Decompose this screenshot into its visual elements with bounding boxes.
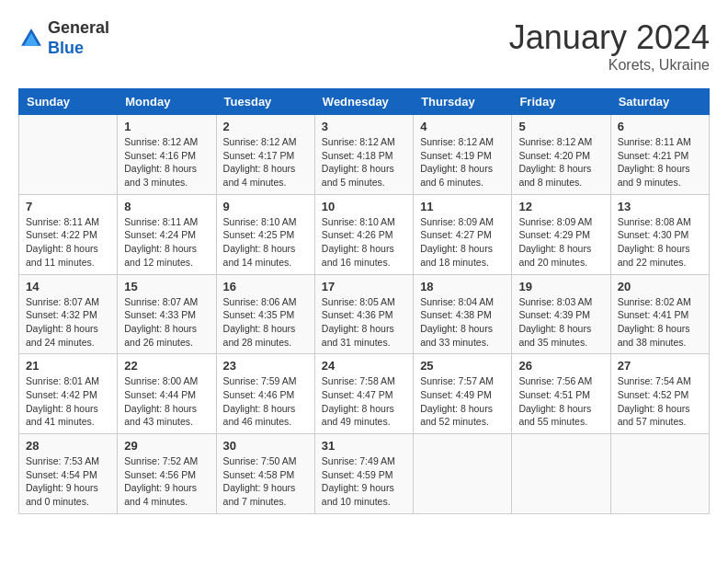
- calendar-cell: 13Sunrise: 8:08 AM Sunset: 4:30 PM Dayli…: [610, 194, 709, 274]
- calendar-cell: 7Sunrise: 8:11 AM Sunset: 4:22 PM Daylig…: [19, 194, 118, 274]
- day-number: 24: [322, 359, 406, 373]
- day-info: Sunrise: 8:01 AM Sunset: 4:42 PM Dayligh…: [26, 374, 110, 429]
- column-header-sunday: Sunday: [19, 89, 118, 115]
- day-number: 26: [518, 359, 603, 373]
- day-number: 9: [223, 200, 308, 213]
- day-info: Sunrise: 8:05 AM Sunset: 4:36 PM Dayligh…: [322, 295, 406, 350]
- column-header-thursday: Thursday: [414, 89, 512, 115]
- day-info: Sunrise: 8:12 AM Sunset: 4:16 PM Dayligh…: [124, 135, 209, 190]
- column-header-monday: Monday: [118, 89, 216, 115]
- day-number: 19: [518, 280, 603, 293]
- day-info: Sunrise: 7:54 AM Sunset: 4:52 PM Dayligh…: [618, 374, 702, 429]
- column-header-saturday: Saturday: [610, 89, 709, 115]
- calendar-cell: [414, 434, 512, 514]
- day-number: 25: [420, 359, 505, 373]
- day-info: Sunrise: 8:12 AM Sunset: 4:19 PM Dayligh…: [420, 135, 505, 190]
- calendar-cell: 25Sunrise: 7:57 AM Sunset: 4:49 PM Dayli…: [414, 354, 512, 434]
- calendar-cell: 24Sunrise: 7:58 AM Sunset: 4:47 PM Dayli…: [314, 354, 413, 434]
- day-info: Sunrise: 8:11 AM Sunset: 4:24 PM Dayligh…: [124, 215, 209, 270]
- calendar-cell: [610, 434, 709, 514]
- column-header-wednesday: Wednesday: [314, 89, 413, 115]
- logo-text: General Blue: [48, 18, 109, 58]
- calendar-cell: 22Sunrise: 8:00 AM Sunset: 4:44 PM Dayli…: [118, 354, 216, 434]
- calendar-cell: 28Sunrise: 7:53 AM Sunset: 4:54 PM Dayli…: [19, 434, 118, 514]
- column-header-tuesday: Tuesday: [216, 89, 314, 115]
- calendar-cell: 1Sunrise: 8:12 AM Sunset: 4:16 PM Daylig…: [118, 115, 216, 195]
- calendar-title: January 2024: [509, 18, 710, 57]
- day-number: 22: [124, 359, 209, 373]
- calendar-week-2: 7Sunrise: 8:11 AM Sunset: 4:22 PM Daylig…: [19, 194, 710, 274]
- day-info: Sunrise: 8:02 AM Sunset: 4:41 PM Dayligh…: [618, 295, 702, 350]
- day-number: 17: [322, 280, 406, 293]
- day-number: 11: [420, 200, 505, 213]
- day-number: 30: [223, 439, 308, 453]
- day-number: 2: [223, 120, 308, 133]
- logo: General Blue: [18, 18, 109, 58]
- day-info: Sunrise: 8:11 AM Sunset: 4:21 PM Dayligh…: [618, 135, 702, 190]
- title-block: January 2024 Korets, Ukraine: [509, 18, 710, 74]
- day-info: Sunrise: 7:49 AM Sunset: 4:59 PM Dayligh…: [322, 454, 406, 509]
- day-info: Sunrise: 8:07 AM Sunset: 4:32 PM Dayligh…: [26, 295, 110, 350]
- calendar-cell: 12Sunrise: 8:09 AM Sunset: 4:29 PM Dayli…: [512, 194, 610, 274]
- calendar-week-1: 1Sunrise: 8:12 AM Sunset: 4:16 PM Daylig…: [19, 115, 710, 195]
- calendar-cell: 11Sunrise: 8:09 AM Sunset: 4:27 PM Dayli…: [414, 194, 512, 274]
- calendar-cell: 27Sunrise: 7:54 AM Sunset: 4:52 PM Dayli…: [610, 354, 709, 434]
- calendar-cell: 17Sunrise: 8:05 AM Sunset: 4:36 PM Dayli…: [314, 274, 413, 354]
- day-info: Sunrise: 8:10 AM Sunset: 4:25 PM Dayligh…: [223, 215, 308, 270]
- day-number: 13: [618, 200, 702, 213]
- calendar-week-4: 21Sunrise: 8:01 AM Sunset: 4:42 PM Dayli…: [19, 354, 710, 434]
- day-info: Sunrise: 7:57 AM Sunset: 4:49 PM Dayligh…: [420, 374, 505, 429]
- column-header-friday: Friday: [512, 89, 610, 115]
- day-number: 7: [26, 200, 110, 213]
- day-number: 31: [322, 439, 406, 453]
- calendar-cell: 14Sunrise: 8:07 AM Sunset: 4:32 PM Dayli…: [19, 274, 118, 354]
- day-info: Sunrise: 8:06 AM Sunset: 4:35 PM Dayligh…: [223, 295, 308, 350]
- calendar-cell: 5Sunrise: 8:12 AM Sunset: 4:20 PM Daylig…: [512, 115, 610, 195]
- calendar-cell: 4Sunrise: 8:12 AM Sunset: 4:19 PM Daylig…: [414, 115, 512, 195]
- calendar-cell: 19Sunrise: 8:03 AM Sunset: 4:39 PM Dayli…: [512, 274, 610, 354]
- day-number: 3: [322, 120, 406, 133]
- day-info: Sunrise: 7:50 AM Sunset: 4:58 PM Dayligh…: [223, 454, 308, 509]
- day-number: 28: [26, 439, 110, 453]
- day-info: Sunrise: 8:07 AM Sunset: 4:33 PM Dayligh…: [124, 295, 209, 350]
- calendar-cell: 18Sunrise: 8:04 AM Sunset: 4:38 PM Dayli…: [414, 274, 512, 354]
- day-info: Sunrise: 7:53 AM Sunset: 4:54 PM Dayligh…: [26, 454, 110, 509]
- day-info: Sunrise: 7:59 AM Sunset: 4:46 PM Dayligh…: [223, 374, 308, 429]
- day-info: Sunrise: 8:08 AM Sunset: 4:30 PM Dayligh…: [618, 215, 702, 270]
- day-info: Sunrise: 8:11 AM Sunset: 4:22 PM Dayligh…: [26, 215, 110, 270]
- day-number: 4: [420, 120, 505, 133]
- day-info: Sunrise: 8:03 AM Sunset: 4:39 PM Dayligh…: [518, 295, 603, 350]
- calendar-cell: 10Sunrise: 8:10 AM Sunset: 4:26 PM Dayli…: [314, 194, 413, 274]
- day-info: Sunrise: 8:00 AM Sunset: 4:44 PM Dayligh…: [124, 374, 209, 429]
- day-info: Sunrise: 7:56 AM Sunset: 4:51 PM Dayligh…: [518, 374, 603, 429]
- calendar-cell: 2Sunrise: 8:12 AM Sunset: 4:17 PM Daylig…: [216, 115, 314, 195]
- day-info: Sunrise: 8:09 AM Sunset: 4:29 PM Dayligh…: [518, 215, 603, 270]
- calendar-body: 1Sunrise: 8:12 AM Sunset: 4:16 PM Daylig…: [19, 115, 710, 514]
- day-number: 10: [322, 200, 406, 213]
- calendar-subtitle: Korets, Ukraine: [509, 57, 710, 74]
- day-info: Sunrise: 8:04 AM Sunset: 4:38 PM Dayligh…: [420, 295, 505, 350]
- day-number: 8: [124, 200, 209, 213]
- calendar-week-3: 14Sunrise: 8:07 AM Sunset: 4:32 PM Dayli…: [19, 274, 710, 354]
- calendar-cell: 23Sunrise: 7:59 AM Sunset: 4:46 PM Dayli…: [216, 354, 314, 434]
- calendar-cell: [19, 115, 118, 195]
- day-info: Sunrise: 8:12 AM Sunset: 4:18 PM Dayligh…: [322, 135, 406, 190]
- calendar-cell: 30Sunrise: 7:50 AM Sunset: 4:58 PM Dayli…: [216, 434, 314, 514]
- calendar-cell: 6Sunrise: 8:11 AM Sunset: 4:21 PM Daylig…: [610, 115, 709, 195]
- day-info: Sunrise: 8:09 AM Sunset: 4:27 PM Dayligh…: [420, 215, 505, 270]
- calendar-cell: 29Sunrise: 7:52 AM Sunset: 4:56 PM Dayli…: [118, 434, 216, 514]
- page-header: General Blue January 2024 Korets, Ukrain…: [18, 18, 710, 74]
- calendar-header: SundayMondayTuesdayWednesdayThursdayFrid…: [19, 89, 710, 115]
- calendar-cell: 8Sunrise: 8:11 AM Sunset: 4:24 PM Daylig…: [118, 194, 216, 274]
- day-number: 12: [518, 200, 603, 213]
- day-number: 14: [26, 280, 110, 293]
- day-number: 18: [420, 280, 505, 293]
- day-info: Sunrise: 8:12 AM Sunset: 4:20 PM Dayligh…: [518, 135, 603, 190]
- day-number: 5: [518, 120, 603, 133]
- calendar-cell: [512, 434, 610, 514]
- day-info: Sunrise: 7:58 AM Sunset: 4:47 PM Dayligh…: [322, 374, 406, 429]
- calendar-cell: 3Sunrise: 8:12 AM Sunset: 4:18 PM Daylig…: [314, 115, 413, 195]
- calendar-cell: 15Sunrise: 8:07 AM Sunset: 4:33 PM Dayli…: [118, 274, 216, 354]
- day-number: 6: [618, 120, 702, 133]
- day-info: Sunrise: 7:52 AM Sunset: 4:56 PM Dayligh…: [124, 454, 209, 509]
